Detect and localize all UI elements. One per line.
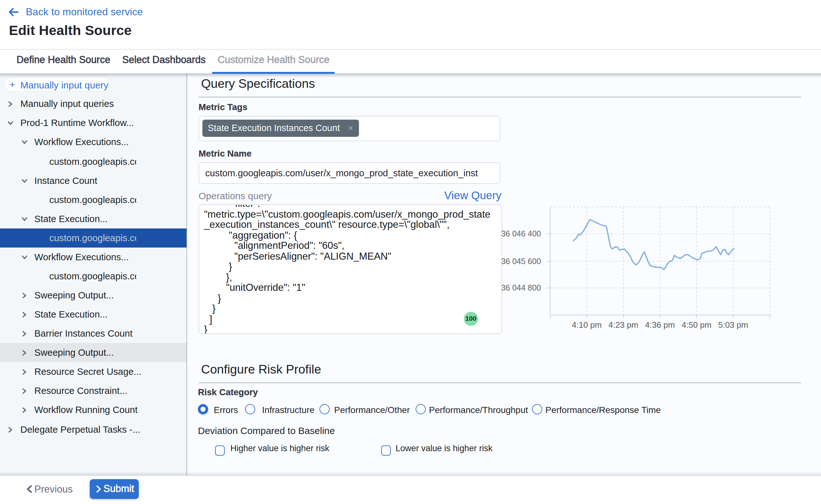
- svg-text:4:50 pm: 4:50 pm: [682, 320, 712, 330]
- svg-text:5:03 pm: 5:03 pm: [718, 320, 748, 330]
- svg-text:36 046 400: 36 046 400: [501, 229, 541, 238]
- svg-text:36 044 800: 36 044 800: [501, 283, 541, 292]
- svg-text:4:10 pm: 4:10 pm: [572, 320, 602, 330]
- svg-text:36 045 600: 36 045 600: [501, 257, 541, 266]
- svg-text:4:23 pm: 4:23 pm: [608, 320, 638, 330]
- svg-text:4:36 pm: 4:36 pm: [645, 320, 675, 330]
